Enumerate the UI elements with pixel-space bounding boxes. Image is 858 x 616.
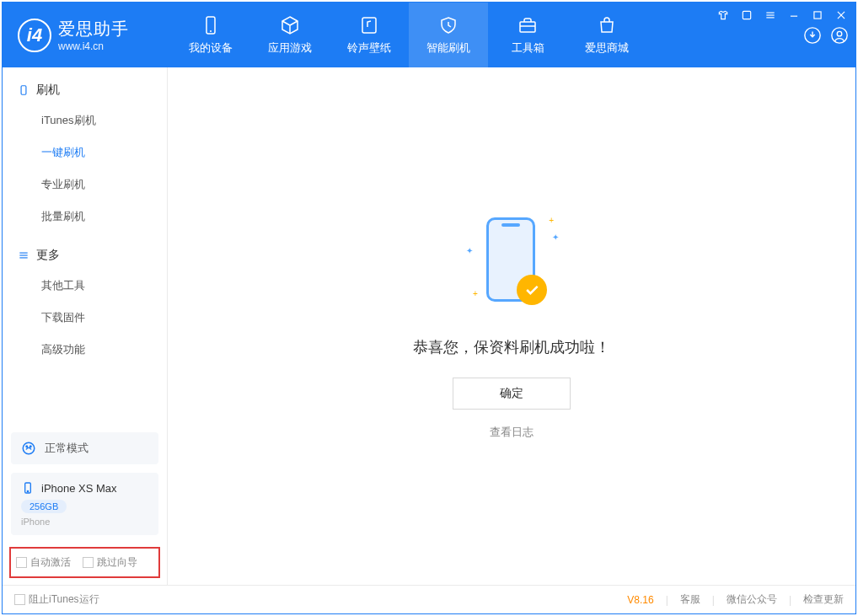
main-content: ✦ ✦ + + 恭喜您，保资料刷机成功啦！ 确定 查看日志: [168, 67, 855, 585]
svg-rect-15: [21, 86, 26, 95]
svg-point-9: [210, 30, 212, 32]
sidebar-item-itunes-flash[interactable]: iTunes刷机: [3, 104, 167, 137]
sidebar-item-advanced[interactable]: 高级功能: [3, 334, 167, 366]
checkbox-label: 阻止iTunes运行: [29, 592, 99, 607]
sidebar-item-download-firmware[interactable]: 下载固件: [3, 302, 167, 334]
sparkle-icon: +: [473, 289, 478, 298]
view-log-link[interactable]: 查看日志: [490, 425, 534, 440]
options-row: 自动激活 跳过向导: [9, 547, 160, 578]
mode-box[interactable]: 正常模式: [11, 432, 158, 464]
device-type: iPhone: [21, 517, 148, 527]
minimize-icon[interactable]: [786, 8, 802, 23]
checkbox-label: 自动激活: [30, 555, 71, 570]
window-controls: [716, 8, 849, 23]
app-name: 爱思助手: [58, 18, 129, 40]
main-nav: 我的设备 应用游戏 铃声壁纸 智能刷机 工具箱 爱思商城: [171, 3, 646, 67]
svg-point-13: [832, 27, 847, 42]
close-icon[interactable]: [834, 8, 849, 23]
checkbox-label: 跳过向导: [97, 555, 137, 570]
nav-my-device[interactable]: 我的设备: [171, 3, 250, 67]
feedback-icon[interactable]: [739, 8, 754, 23]
status-link-update[interactable]: 检查更新: [803, 592, 844, 607]
sidebar-item-other-tools[interactable]: 其他工具: [3, 270, 167, 302]
sidebar-item-pro-flash[interactable]: 专业刷机: [3, 169, 167, 201]
success-illustration: ✦ ✦ + +: [461, 212, 562, 313]
nav-flash[interactable]: 智能刷机: [409, 3, 488, 67]
svg-point-21: [30, 446, 32, 447]
menu-icon[interactable]: [763, 8, 778, 23]
app-window: i4 爱思助手 www.i4.cn 我的设备 应用游戏 铃声壁纸 智能刷机: [2, 2, 856, 614]
checkbox-icon: [16, 557, 27, 568]
sidebar: 刷机 iTunes刷机 一键刷机 专业刷机 批量刷机 更多 其他工具 下载固件 …: [3, 67, 168, 585]
nav-ringtone[interactable]: 铃声壁纸: [330, 3, 409, 67]
mode-icon: [21, 441, 36, 456]
nav-apps[interactable]: 应用游戏: [250, 3, 330, 67]
version-label: V8.16: [627, 594, 653, 606]
sidebar-item-oneclick-flash[interactable]: 一键刷机: [3, 137, 167, 169]
bag-icon: [597, 15, 617, 35]
more-icon: [18, 249, 29, 261]
nav-toolbox[interactable]: 工具箱: [488, 3, 567, 67]
download-icon[interactable]: [803, 26, 822, 45]
nav-label: 我的设备: [189, 40, 233, 56]
svg-rect-5: [814, 12, 821, 19]
status-link-support[interactable]: 客服: [680, 592, 700, 607]
nav-label: 爱思商城: [585, 40, 629, 56]
device-icon: [18, 84, 29, 96]
device-box[interactable]: iPhone XS Max 256GB iPhone: [11, 473, 158, 535]
logo-icon: i4: [18, 19, 51, 52]
checkbox-block-itunes[interactable]: 阻止iTunes运行: [14, 592, 99, 607]
svg-point-20: [26, 446, 28, 447]
logo: i4 爱思助手 www.i4.cn: [3, 3, 171, 67]
toolbox-icon: [517, 15, 538, 35]
phone-icon: [201, 15, 221, 35]
shield-icon: [438, 15, 458, 35]
app-url: www.i4.cn: [58, 40, 129, 52]
sidebar-section-flash: 刷机: [3, 67, 167, 104]
status-link-wechat[interactable]: 微信公众号: [727, 592, 777, 607]
separator: |: [666, 594, 668, 606]
checkbox-auto-activate[interactable]: 自动激活: [16, 555, 71, 570]
nav-store[interactable]: 爱思商城: [567, 3, 646, 67]
svg-rect-0: [743, 11, 750, 19]
result-panel: ✦ ✦ + + 恭喜您，保资料刷机成功啦！ 确定 查看日志: [413, 212, 610, 440]
nav-label: 铃声壁纸: [347, 40, 391, 56]
mode-label: 正常模式: [45, 441, 88, 456]
maximize-icon[interactable]: [810, 8, 825, 23]
svg-point-23: [27, 490, 28, 491]
ok-button[interactable]: 确定: [453, 378, 571, 410]
checkbox-icon: [14, 594, 25, 605]
checkbox-icon: [83, 557, 94, 568]
music-icon: [359, 15, 379, 35]
shirt-icon[interactable]: [716, 8, 731, 23]
sparkle-icon: ✦: [466, 246, 473, 255]
check-icon: [517, 275, 547, 305]
section-title: 刷机: [36, 83, 60, 98]
section-title: 更多: [36, 248, 60, 263]
sidebar-section-more: 更多: [3, 233, 167, 270]
separator: |: [789, 594, 791, 606]
nav-label: 应用游戏: [268, 40, 312, 56]
device-storage: 256GB: [21, 500, 67, 513]
separator: |: [712, 594, 715, 606]
sidebar-item-batch-flash[interactable]: 批量刷机: [3, 201, 167, 233]
svg-rect-11: [520, 22, 535, 32]
device-name: iPhone XS Max: [41, 482, 117, 495]
sparkle-icon: +: [549, 216, 554, 225]
success-message: 恭喜您，保资料刷机成功啦！: [413, 337, 610, 357]
sparkle-icon: ✦: [552, 233, 559, 242]
svg-point-14: [837, 31, 842, 36]
statusbar: 阻止iTunes运行 V8.16 | 客服 | 微信公众号 | 检查更新: [3, 585, 855, 613]
cube-icon: [280, 15, 300, 35]
checkbox-skip-guide[interactable]: 跳过向导: [83, 555, 137, 570]
nav-label: 工具箱: [512, 40, 544, 56]
nav-label: 智能刷机: [426, 40, 470, 56]
device-phone-icon: [21, 481, 35, 495]
user-icon[interactable]: [830, 26, 849, 45]
svg-rect-10: [362, 18, 376, 33]
